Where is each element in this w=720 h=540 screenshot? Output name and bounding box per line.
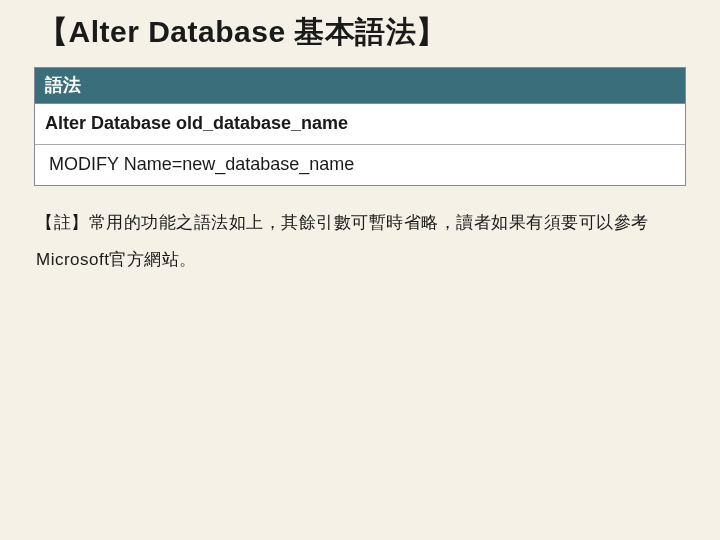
syntax-row: Alter Database old_database_name <box>35 104 685 145</box>
note-text: 【註】常用的功能之語法如上，其餘引數可暫時省略，讀者如果有須要可以參考Micro… <box>34 204 686 279</box>
syntax-header: 語法 <box>35 68 685 104</box>
syntax-row: MODIFY Name=new_database_name <box>35 145 685 185</box>
slide: 【Alter Database 基本語法】 語法 Alter Database … <box>0 0 720 540</box>
page-title: 【Alter Database 基本語法】 <box>34 12 686 53</box>
syntax-box: 語法 Alter Database old_database_name MODI… <box>34 67 686 186</box>
